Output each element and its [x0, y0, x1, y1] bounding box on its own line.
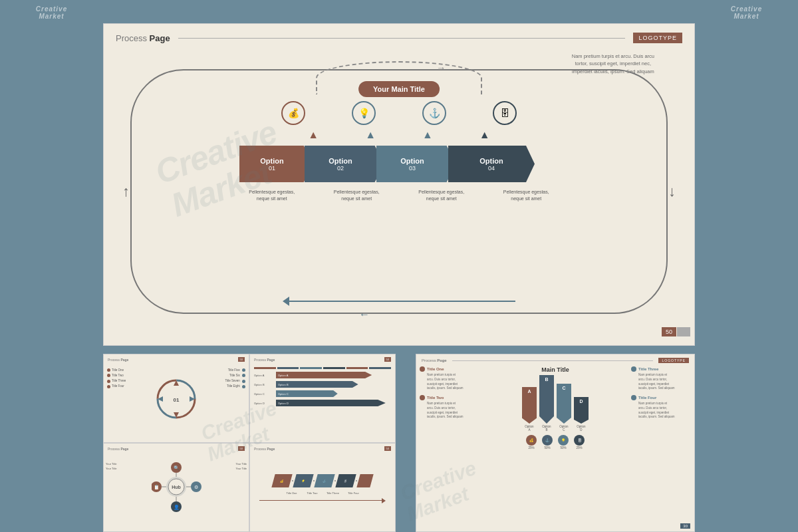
- big-center-col: Main Title A OptionA B OptionB C OptionC: [483, 366, 628, 521]
- thumb-2-badge: 50: [384, 357, 391, 362]
- logotype-badge: LOGOTYPE: [633, 33, 682, 43]
- desc-3: Pellentesque egestas,neque sit amet: [406, 189, 477, 202]
- thumb-1-legend-left: Title One Title Two Title Three Title Fo…: [107, 368, 126, 389]
- icon-money: 💰: [281, 101, 305, 125]
- main-title-pill: Your Main Title: [358, 81, 440, 97]
- page-number-area: 50: [662, 327, 690, 336]
- bar-b: B OptionB: [539, 375, 554, 432]
- thumbnail-row-1: Process Page 50 Title One Title Two Titl…: [103, 354, 396, 443]
- big-page-num-val: 30: [680, 523, 690, 529]
- up-arrow-2: ▲: [365, 129, 376, 141]
- pct-1: 💰 25%: [526, 435, 537, 450]
- big-right-item-1: Title Three Nam pretium turpis etarcu. D…: [631, 366, 691, 391]
- icon-idea: 💡: [352, 101, 376, 125]
- thumbnail-row-2: Process Page 50 🔍 ⚙ 👤: [103, 443, 396, 532]
- thumb-4-body: 💰 💡 ⚓ 🗄 Title One Title Two Title Three …: [250, 454, 395, 523]
- option-3: Option 03: [376, 146, 456, 182]
- thumb-2-body: Option A Option A Option B Option B Opti…: [250, 364, 395, 409]
- thumb-3-badge: 50: [238, 446, 245, 451]
- thumb-3-labels-left: Your Title Your Title: [106, 462, 117, 471]
- desc-4: Pellentesque egestas,neque sit amet: [491, 189, 563, 202]
- thumb-4: Process Page 50 💰 💡 ⚓ 🗄 Title One Title …: [249, 443, 396, 532]
- icons-row: 💰 💡 ⚓ 🗄: [281, 101, 517, 125]
- thumb-4-badge: 50: [384, 446, 391, 451]
- right-top-brand: Creative Market: [695, 5, 798, 20]
- big-pct-row: 💰 25% ⚓ 50% 💡 50% 🗄 25%: [526, 435, 585, 450]
- thumb-3-header: Process Page 50: [104, 444, 249, 454]
- thumb-3: Process Page 50 🔍 ⚙ 👤: [103, 443, 249, 532]
- thumb-1-legend-right: Title Five Title Six Title Seven Title E…: [225, 368, 245, 389]
- bar-c: C OptionC: [557, 375, 571, 432]
- option-1: Option 01: [239, 146, 313, 182]
- up-arrow-4: ▲: [479, 129, 490, 141]
- thumb-4-header: Process Page 50: [250, 444, 395, 454]
- options-bar: Option 01 Option 02 Option 03 Option 04: [239, 146, 559, 182]
- main-slide: Process Page LOGOTYPE Nam pretium turpis…: [103, 23, 695, 346]
- thumb-2-header: Process Page 50: [250, 354, 395, 364]
- thumb-1-badge: 50: [238, 357, 245, 362]
- slide-header: Process Page LOGOTYPE: [104, 24, 694, 49]
- option-1-num: 01: [269, 165, 275, 172]
- icon-database: 🗄: [493, 101, 517, 125]
- thumb-3-svg: 🔍 ⚙ 👤 📋 Hub: [152, 462, 201, 512]
- page-num: 50: [662, 327, 676, 336]
- right-sidebar: [695, 0, 798, 532]
- bar-a: A OptionA: [522, 375, 537, 432]
- pct-2: ⚓ 50%: [542, 435, 553, 450]
- svg-text:Hub: Hub: [172, 485, 181, 489]
- big-left-item-1: Title One Nam pretium turpis etarcu. Dui…: [420, 366, 479, 391]
- svg-text:01: 01: [173, 397, 179, 403]
- big-right-item-2: Title Four Nam pretium turpis etarcu. Du…: [631, 395, 691, 420]
- slide-title-line: [178, 38, 626, 39]
- page-bar: [677, 327, 690, 336]
- option-2-num: 02: [337, 165, 344, 172]
- circular-svg: 01: [155, 378, 198, 421]
- pct-3: 💡 50%: [558, 435, 569, 450]
- bottom-arrow: ←: [359, 309, 370, 321]
- option-3-label: Option: [400, 157, 424, 165]
- left-top-brand: Creative Market: [0, 5, 103, 20]
- big-center-title: Main Title: [541, 366, 569, 373]
- big-page-num: 30: [680, 523, 690, 529]
- svg-text:👤: 👤: [173, 504, 179, 510]
- option-4-num: 04: [488, 165, 495, 172]
- option-4-label: Option: [479, 157, 503, 165]
- option-1-label: Option: [260, 157, 283, 165]
- svg-text:🔍: 🔍: [173, 465, 179, 471]
- desc-1: Pellentesque egestas,neque sit amet: [236, 189, 308, 202]
- right-arrow-indicator: ↓: [668, 183, 676, 200]
- arrow-head: [283, 297, 289, 306]
- svg-text:📋: 📋: [153, 484, 159, 490]
- up-arrows-row: ▲ ▲ ▲ ▲: [308, 129, 489, 141]
- option-4: Option 04: [448, 146, 535, 182]
- desc-2: Pellentesque egestas,neque sit amet: [321, 189, 393, 202]
- thumb-big-header: Process Page LOGOTYPE: [416, 354, 694, 366]
- thumb-1-header: Process Page 50: [104, 354, 249, 364]
- arrow-line: [289, 301, 515, 302]
- pct-4: 🗄 25%: [574, 435, 585, 450]
- slide-title: Process Page: [116, 32, 170, 44]
- bar-d: D OptionD: [574, 375, 589, 432]
- thumb-3-labels-right: Your Title Your Title: [235, 462, 247, 471]
- big-vert-bars: A OptionA B OptionB C OptionC D OptionD: [522, 375, 589, 432]
- thumb-big: Process Page LOGOTYPE Title One Nam pret…: [416, 354, 695, 532]
- big-right-col: Title Three Nam pretium turpis etarcu. D…: [631, 366, 691, 521]
- process-area: Nam pretium turpis et arcu. Duis arcutor…: [104, 49, 694, 340]
- big-left-item-2: Title Two Nam pretium turpis etarcu. Dui…: [420, 395, 479, 420]
- left-sidebar: [0, 0, 103, 532]
- left-arrow-indicator: ↑: [122, 183, 130, 200]
- thumb-1: Process Page 50 Title One Title Two Titl…: [103, 354, 249, 443]
- big-logotype: LOGOTYPE: [658, 358, 689, 363]
- up-arrow-1: ▲: [308, 129, 319, 141]
- thumb-1-body: Title One Title Two Title Three Title Fo…: [104, 364, 249, 434]
- option-3-num: 03: [409, 165, 416, 172]
- thumb-3-body: 🔍 ⚙ 👤 📋 Hub: [104, 454, 249, 523]
- option-2: Option 02: [305, 146, 384, 182]
- svg-text:⚙: ⚙: [194, 485, 198, 489]
- thumb-big-body: Title One Nam pretium turpis etarcu. Dui…: [416, 366, 694, 525]
- desc-row: Pellentesque egestas,neque sit amet Pell…: [236, 189, 562, 202]
- icon-anchor: ⚓: [422, 101, 446, 125]
- thumb-2: Process Page 50 Option A Option A Opti: [249, 354, 396, 443]
- option-2-label: Option: [329, 157, 352, 165]
- up-arrow-3: ▲: [422, 129, 433, 141]
